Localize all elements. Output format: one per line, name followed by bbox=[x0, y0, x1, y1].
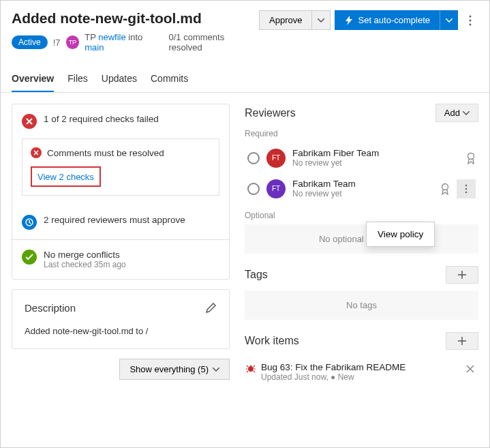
reviewer-row: FT Fabrikam Fiber Team No review yet bbox=[245, 143, 478, 173]
svg-point-8 bbox=[465, 191, 468, 193]
show-everything-row: Show everything (5) bbox=[12, 359, 230, 380]
description-body: Added note-new-git-tool.md to / bbox=[25, 326, 217, 336]
reviewer-more-button[interactable] bbox=[457, 179, 476, 198]
main-content: 1 of 2 required checks failed Comments m… bbox=[1, 93, 489, 410]
tab-files[interactable]: Files bbox=[67, 69, 88, 92]
description-header: Description bbox=[25, 302, 217, 314]
autocomplete-label: Set auto-complete bbox=[358, 15, 430, 25]
plus-icon bbox=[457, 336, 467, 346]
reviewers-required-text: 2 required reviewers must approve bbox=[44, 215, 185, 225]
svg-point-0 bbox=[470, 16, 472, 18]
autocomplete-dropdown-button[interactable] bbox=[440, 10, 458, 30]
work-item-meta: Updated Just now, ● New bbox=[261, 372, 458, 382]
work-item-info: Bug 63: Fix the Fabrikam README Updated … bbox=[261, 362, 458, 382]
reviewer-row: FT Fabrikam Team No review yet bbox=[245, 173, 478, 204]
tags-section: Tags No tags bbox=[245, 266, 478, 320]
title-area: Added note-new-git-tool.md Active !7 TP … bbox=[12, 10, 259, 53]
remove-work-item-button[interactable] bbox=[463, 362, 477, 376]
tags-title: Tags bbox=[245, 269, 268, 281]
no-merge-sub: Last checked 35m ago bbox=[44, 260, 126, 269]
approve-dropdown-button[interactable] bbox=[312, 10, 331, 30]
clock-icon bbox=[22, 215, 37, 230]
show-everything-button[interactable]: Show everything (5) bbox=[119, 359, 230, 380]
svg-point-1 bbox=[470, 20, 472, 22]
work-items-title: Work items bbox=[245, 335, 299, 347]
view-policy-item[interactable]: View policy bbox=[378, 229, 423, 239]
ribbon-icon bbox=[440, 183, 450, 195]
view-checks-highlight: View 2 checks bbox=[31, 166, 101, 187]
source-branch-link[interactable]: newfile bbox=[98, 32, 125, 42]
plus-icon bbox=[457, 270, 467, 280]
tags-header: Tags bbox=[245, 266, 478, 284]
comments-must-text: Comments must be resolved bbox=[47, 148, 164, 158]
reviewer-vote-indicator bbox=[247, 183, 260, 195]
more-actions-button[interactable] bbox=[462, 10, 478, 31]
add-tag-button[interactable] bbox=[446, 266, 478, 284]
reviewer-vote-indicator bbox=[247, 152, 260, 164]
checks-failed-row: 1 of 2 required checks failed bbox=[12, 104, 229, 138]
reviewer-status: No review yet bbox=[292, 189, 433, 198]
into-word: into bbox=[128, 32, 142, 42]
reviewer-avatar[interactable]: FT bbox=[266, 179, 286, 198]
comments-must-row: Comments must be resolved bbox=[31, 147, 211, 158]
author-name: TP bbox=[85, 32, 95, 42]
author-avatar[interactable]: TP bbox=[66, 35, 80, 49]
required-label: Required bbox=[245, 129, 478, 138]
chevron-down-icon bbox=[446, 18, 453, 23]
view-policy-popover[interactable]: View policy bbox=[366, 222, 435, 247]
show-everything-label: Show everything (5) bbox=[129, 364, 209, 374]
optional-label: Optional bbox=[245, 211, 478, 220]
reviewer-name[interactable]: Fabrikam Team bbox=[292, 179, 433, 189]
error-icon bbox=[31, 147, 42, 158]
reviewers-title: Reviewers bbox=[245, 107, 296, 119]
work-item-title[interactable]: Bug 63: Fix the Fabrikam README bbox=[261, 362, 458, 372]
check-icon bbox=[22, 250, 37, 265]
reviewer-info: Fabrikam Team No review yet bbox=[292, 179, 433, 198]
autocomplete-button[interactable]: Set auto-complete bbox=[335, 10, 440, 30]
reviewers-required-row: 2 required reviewers must approve bbox=[12, 205, 229, 239]
left-column: 1 of 2 required checks failed Comments m… bbox=[12, 104, 230, 400]
chevron-down-icon bbox=[318, 18, 324, 23]
reviewer-info: Fabrikam Fiber Team No review yet bbox=[292, 148, 459, 168]
checks-failed-text: 1 of 2 required checks failed bbox=[44, 114, 159, 124]
no-merge-text: No merge conflicts bbox=[44, 250, 126, 260]
reviewer-name[interactable]: Fabrikam Fiber Team bbox=[292, 148, 459, 158]
author-label: TP newfile into main bbox=[85, 32, 163, 53]
tab-commits[interactable]: Commits bbox=[151, 69, 188, 92]
bug-icon bbox=[246, 363, 256, 373]
header-actions: Approve Set auto-complete bbox=[259, 10, 478, 31]
svg-point-2 bbox=[470, 24, 472, 26]
page-title: Added note-new-git-tool.md bbox=[12, 10, 259, 27]
svg-point-6 bbox=[465, 184, 468, 186]
pencil-icon bbox=[206, 303, 217, 314]
reviewer-status: No review yet bbox=[292, 158, 459, 168]
close-icon bbox=[466, 365, 474, 373]
chevron-down-icon bbox=[213, 368, 219, 372]
reviewer-avatar[interactable]: FT bbox=[266, 149, 286, 168]
work-items-section: Work items Bug 63: Fix the Fabrikam READ… bbox=[245, 332, 478, 387]
no-tags: No tags bbox=[245, 290, 478, 320]
target-branch-link[interactable]: main bbox=[85, 42, 104, 53]
no-merge-conflicts-row: No merge conflicts Last checked 35m ago bbox=[12, 239, 229, 279]
approve-button[interactable]: Approve bbox=[259, 10, 312, 30]
add-reviewer-label: Add bbox=[444, 108, 460, 118]
no-optional-reviewers: No optional reviewers bbox=[245, 224, 478, 254]
reviewers-section: Reviewers Add Required FT Fabrikam Fiber… bbox=[245, 104, 478, 254]
view-checks-link[interactable]: View 2 checks bbox=[37, 172, 94, 182]
add-reviewer-button[interactable]: Add bbox=[435, 104, 478, 122]
vertical-dots-icon bbox=[469, 15, 472, 26]
work-item-row[interactable]: Bug 63: Fix the Fabrikam README Updated … bbox=[245, 357, 478, 387]
description-card: Description Added note-new-git-tool.md t… bbox=[12, 289, 230, 349]
comments-status: 0/1 comments resolved bbox=[169, 32, 260, 53]
svg-point-9 bbox=[248, 366, 254, 372]
add-work-item-button[interactable] bbox=[446, 332, 478, 350]
tab-updates[interactable]: Updates bbox=[102, 69, 137, 92]
edit-description-button[interactable] bbox=[206, 303, 217, 314]
status-badge: Active bbox=[12, 35, 48, 49]
tab-overview[interactable]: Overview bbox=[12, 69, 54, 92]
checks-inner-box: Comments must be resolved View 2 checks bbox=[22, 138, 219, 196]
work-items-header: Work items bbox=[245, 332, 478, 350]
lightning-icon bbox=[344, 16, 354, 25]
error-icon bbox=[22, 114, 37, 129]
svg-point-5 bbox=[442, 183, 448, 190]
